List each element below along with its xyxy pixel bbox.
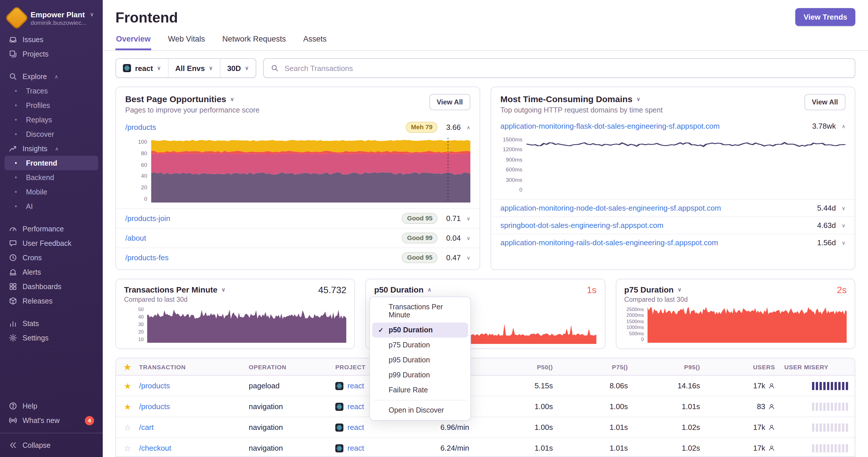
- transaction-link[interactable]: /products: [139, 402, 170, 411]
- column-header-p95[interactable]: P95(): [632, 363, 705, 370]
- tab-overview[interactable]: Overview: [116, 30, 151, 50]
- sidebar-item-frontend[interactable]: Frontend: [5, 156, 98, 170]
- table-row[interactable]: ☆ /cart navigation react 6.96/min 1.00s …: [116, 417, 855, 438]
- package-icon: [9, 297, 17, 305]
- tpm-metric-selector[interactable]: Transactions Per Minute ∨: [124, 285, 225, 294]
- opportunity-row[interactable]: /products-fes Good 95 0.47 ∨: [116, 248, 479, 267]
- star-icon[interactable]: ★: [124, 381, 131, 390]
- table-row[interactable]: ★ /products navigation react /min 1.00s …: [116, 396, 855, 417]
- sidebar-item-backend[interactable]: Backend: [5, 170, 98, 185]
- sidebar-item-mobile[interactable]: Mobile: [5, 185, 98, 199]
- sidebar-item-issues[interactable]: Issues: [5, 32, 98, 47]
- date-range-filter[interactable]: 30D ∨: [220, 59, 256, 77]
- search-transactions-input[interactable]: [283, 63, 848, 73]
- chevron-up-icon[interactable]: ∧: [467, 124, 470, 130]
- sidebar-collapse-button[interactable]: Collapse: [5, 438, 98, 452]
- column-header-p50[interactable]: P50(): [474, 363, 558, 370]
- menu-item-p99-duration[interactable]: p99 Duration: [373, 367, 468, 383]
- sidebar-item-dashboards[interactable]: Dashboards: [5, 279, 98, 294]
- project-link[interactable]: react: [347, 402, 364, 411]
- page-link[interactable]: /products-join: [125, 214, 170, 223]
- column-header-operation[interactable]: OPERATION: [249, 363, 335, 370]
- column-header-user-misery[interactable]: USER MISERY: [780, 363, 855, 370]
- project-filter[interactable]: react ∨: [116, 59, 168, 77]
- column-header-users[interactable]: USERS: [705, 363, 780, 370]
- chevron-down-icon[interactable]: ∨: [842, 205, 845, 211]
- project-link[interactable]: react: [347, 382, 364, 390]
- column-header-p75[interactable]: P75(): [558, 363, 632, 370]
- sidebar-item-traces[interactable]: Traces: [5, 84, 98, 98]
- tab-network-requests[interactable]: Network Requests: [222, 30, 286, 50]
- transaction-link[interactable]: /products: [139, 382, 170, 390]
- sidebar-item-replays[interactable]: Replays: [5, 112, 98, 127]
- transaction-link[interactable]: /checkout: [139, 444, 171, 452]
- domain-row[interactable]: application-monitoring-rails-dot-sales-e…: [491, 234, 855, 251]
- project-link[interactable]: react: [347, 444, 364, 452]
- star-header-icon[interactable]: ★: [124, 362, 131, 371]
- page-link[interactable]: /products-fes: [125, 253, 168, 262]
- tab-web-vitals[interactable]: Web Vitals: [167, 30, 206, 50]
- opportunity-row[interactable]: /products Meh 79 3.66 ∧: [116, 118, 479, 137]
- menu-item-failure-rate[interactable]: Failure Rate: [373, 383, 468, 398]
- org-switcher[interactable]: Empower Plant∨ dominik.buszowiec...: [0, 6, 103, 32]
- domain-link[interactable]: application-monitoring-rails-dot-sales-e…: [500, 238, 718, 247]
- star-icon[interactable]: ★: [124, 402, 131, 411]
- opportunity-row[interactable]: /products-join Good 95 0.71 ∨: [116, 208, 479, 228]
- star-icon[interactable]: ☆: [124, 444, 131, 453]
- chevron-up-icon[interactable]: ∧: [842, 123, 845, 129]
- sidebar-item-releases[interactable]: Releases: [5, 294, 98, 308]
- sidebar-item-discover[interactable]: Discover: [5, 127, 98, 141]
- menu-item-transactions-per-minute[interactable]: Transactions Per Minute: [373, 299, 468, 323]
- star-icon[interactable]: ☆: [124, 423, 131, 432]
- sidebar-item-performance[interactable]: Performance: [5, 222, 98, 236]
- domain-row[interactable]: application-monitoring-flask-dot-sales-e…: [491, 118, 855, 134]
- sidebar-item-settings[interactable]: Settings: [5, 331, 98, 345]
- transaction-link[interactable]: /cart: [139, 423, 154, 432]
- domain-link[interactable]: application-monitoring-node-dot-sales-en…: [500, 204, 721, 213]
- opportunities-title[interactable]: Best Page Opportunities ∨: [125, 94, 260, 104]
- chevron-down-icon[interactable]: ∨: [467, 216, 470, 221]
- environment-filter[interactable]: All Envs ∨: [168, 59, 220, 77]
- sidebar-item-user-feedback[interactable]: User Feedback: [5, 236, 98, 251]
- sidebar-item-ai[interactable]: AI: [5, 199, 98, 214]
- view-trends-button[interactable]: View Trends: [796, 8, 855, 26]
- chevron-down-icon[interactable]: ∨: [842, 223, 845, 228]
- sidebar-item-help[interactable]: Help: [5, 399, 98, 413]
- domain-link[interactable]: springboot-dot-sales-engineering-sf.apps…: [500, 221, 663, 230]
- opportunity-chart-block: 100 80 60 40 20 0: [116, 137, 479, 208]
- tab-assets[interactable]: Assets: [303, 30, 327, 50]
- domains-title[interactable]: Most Time-Consuming Domains ∨: [500, 94, 662, 104]
- p50-metric-selector[interactable]: p50 Duration ∧: [374, 285, 431, 294]
- page-link[interactable]: /products: [125, 123, 156, 132]
- table-row[interactable]: ☆ /checkout navigation react 6.24/min 1.…: [116, 438, 855, 457]
- sidebar-item-explore[interactable]: Explore ∧: [5, 69, 98, 84]
- domain-row[interactable]: springboot-dot-sales-engineering-sf.apps…: [491, 217, 855, 234]
- table-row[interactable]: ★ /products pageload react /min 5.15s 8.…: [116, 376, 855, 396]
- sidebar-item-profiles[interactable]: Profiles: [5, 98, 98, 112]
- project-link[interactable]: react: [347, 423, 364, 432]
- p75-metric-selector[interactable]: p75 Duration ∨: [624, 285, 688, 294]
- chevron-down-icon[interactable]: ∨: [467, 235, 470, 241]
- menu-item-p75-duration[interactable]: p75 Duration: [373, 337, 468, 353]
- sidebar-item-alerts[interactable]: Alerts: [5, 265, 98, 279]
- users-count: 83: [757, 402, 765, 411]
- sidebar-item-insights[interactable]: Insights ∧: [5, 141, 98, 156]
- menu-item-p50-duration[interactable]: ✓p50 Duration: [373, 323, 468, 337]
- column-header-transaction[interactable]: TRANSACTION: [139, 363, 249, 370]
- domain-link[interactable]: application-monitoring-flask-dot-sales-e…: [500, 122, 720, 130]
- page-link[interactable]: /about: [125, 234, 146, 242]
- sidebar-item-projects[interactable]: Projects: [5, 47, 98, 61]
- chevron-down-icon[interactable]: ∨: [842, 240, 845, 246]
- view-all-button[interactable]: View All: [429, 94, 470, 110]
- sidebar-item-whats-new[interactable]: What's new 4: [5, 413, 98, 428]
- sidebar-item-crons[interactable]: Crons: [5, 251, 98, 265]
- opportunity-row[interactable]: /about Good 99 0.04 ∨: [116, 228, 479, 248]
- search-transactions-box[interactable]: [263, 58, 855, 78]
- insights-icon: [9, 144, 17, 153]
- chevron-down-icon[interactable]: ∨: [467, 255, 470, 261]
- menu-item-open-in-discover[interactable]: Open in Discover: [373, 403, 468, 418]
- domain-row[interactable]: application-monitoring-node-dot-sales-en…: [491, 199, 855, 217]
- menu-item-p95-duration[interactable]: p95 Duration: [373, 353, 468, 367]
- sidebar-item-stats[interactable]: Stats: [5, 316, 98, 331]
- view-all-button[interactable]: View All: [804, 94, 845, 110]
